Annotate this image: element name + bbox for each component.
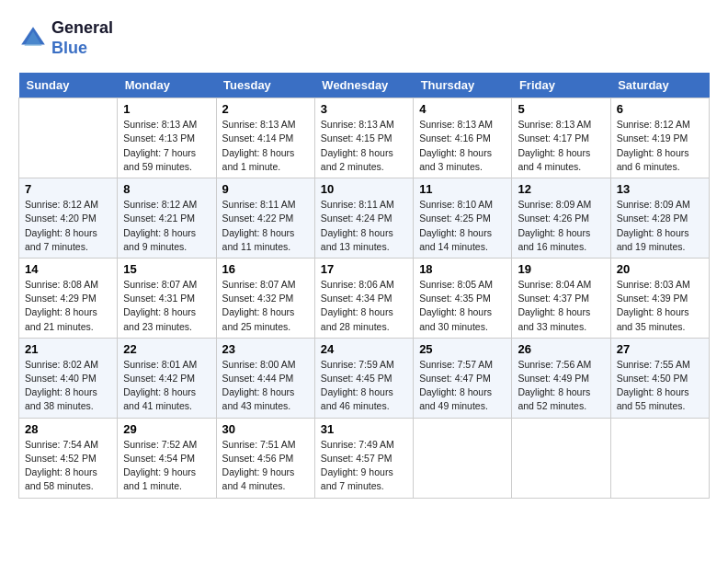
cell-details: Sunrise: 7:59 AMSunset: 4:45 PMDaylight:… (321, 358, 407, 414)
date-number: 13 (617, 182, 703, 196)
cell-details: Sunrise: 8:11 AMSunset: 4:24 PMDaylight:… (321, 198, 407, 254)
date-number: 18 (419, 262, 506, 276)
calendar-cell: 16Sunrise: 8:07 AMSunset: 4:32 PMDayligh… (216, 258, 314, 338)
date-number: 5 (518, 102, 604, 116)
calendar-cell: 18Sunrise: 8:05 AMSunset: 4:35 PMDayligh… (414, 258, 512, 338)
date-number: 23 (222, 342, 309, 356)
date-number: 14 (25, 262, 111, 276)
date-number: 4 (419, 102, 506, 116)
cell-details: Sunrise: 8:09 AMSunset: 4:26 PMDaylight:… (518, 198, 604, 254)
date-number: 9 (222, 182, 309, 196)
week-row-2: 7Sunrise: 8:12 AMSunset: 4:20 PMDaylight… (19, 178, 710, 259)
calendar-cell: 27Sunrise: 7:55 AMSunset: 4:50 PMDayligh… (610, 338, 709, 418)
cell-details: Sunrise: 8:13 AMSunset: 4:17 PMDaylight:… (518, 118, 604, 174)
date-number: 25 (419, 342, 506, 356)
cell-details: Sunrise: 8:02 AMSunset: 4:40 PMDaylight:… (25, 358, 111, 414)
cell-details: Sunrise: 8:08 AMSunset: 4:29 PMDaylight:… (25, 278, 111, 334)
days-header-row: SundayMondayTuesdayWednesdayThursdayFrid… (19, 73, 710, 98)
calendar-cell: 19Sunrise: 8:04 AMSunset: 4:37 PMDayligh… (512, 258, 610, 338)
calendar-cell: 8Sunrise: 8:12 AMSunset: 4:21 PMDaylight… (118, 178, 216, 259)
date-number: 27 (617, 342, 703, 356)
calendar-cell: 1Sunrise: 8:13 AMSunset: 4:13 PMDaylight… (118, 98, 216, 178)
calendar-cell: 15Sunrise: 8:07 AMSunset: 4:31 PMDayligh… (118, 258, 216, 338)
day-header-monday: Monday (118, 73, 216, 98)
logo-icon (18, 24, 48, 53)
date-number: 22 (123, 342, 210, 356)
calendar-cell: 25Sunrise: 7:57 AMSunset: 4:47 PMDayligh… (414, 338, 512, 418)
cell-details: Sunrise: 8:09 AMSunset: 4:28 PMDaylight:… (617, 198, 703, 254)
calendar-cell: 6Sunrise: 8:12 AMSunset: 4:19 PMDaylight… (610, 98, 709, 178)
day-header-sunday: Sunday (19, 73, 118, 98)
day-header-wednesday: Wednesday (314, 73, 413, 98)
date-number: 28 (25, 422, 111, 436)
cell-details: Sunrise: 8:07 AMSunset: 4:31 PMDaylight:… (123, 278, 210, 334)
date-number: 24 (321, 342, 407, 356)
cell-details: Sunrise: 8:10 AMSunset: 4:25 PMDaylight:… (419, 198, 506, 254)
calendar-cell: 9Sunrise: 8:11 AMSunset: 4:22 PMDaylight… (216, 178, 314, 259)
week-row-1: 1Sunrise: 8:13 AMSunset: 4:13 PMDaylight… (19, 98, 710, 178)
calendar-cell: 29Sunrise: 7:52 AMSunset: 4:54 PMDayligh… (118, 418, 216, 498)
cell-details: Sunrise: 8:00 AMSunset: 4:44 PMDaylight:… (222, 358, 309, 414)
cell-details: Sunrise: 8:03 AMSunset: 4:39 PMDaylight:… (617, 278, 703, 334)
date-number: 3 (321, 102, 407, 116)
calendar-cell: 11Sunrise: 8:10 AMSunset: 4:25 PMDayligh… (414, 178, 512, 259)
calendar-cell: 12Sunrise: 8:09 AMSunset: 4:26 PMDayligh… (512, 178, 610, 259)
calendar-cell: 28Sunrise: 7:54 AMSunset: 4:52 PMDayligh… (19, 418, 118, 498)
calendar-table: SundayMondayTuesdayWednesdayThursdayFrid… (18, 73, 710, 498)
day-header-friday: Friday (512, 73, 610, 98)
calendar-cell: 10Sunrise: 8:11 AMSunset: 4:24 PMDayligh… (314, 178, 413, 259)
date-number: 17 (321, 262, 407, 276)
date-number: 26 (518, 342, 604, 356)
calendar-cell: 7Sunrise: 8:12 AMSunset: 4:20 PMDaylight… (19, 178, 118, 259)
day-header-tuesday: Tuesday (216, 73, 314, 98)
week-row-4: 21Sunrise: 8:02 AMSunset: 4:40 PMDayligh… (19, 338, 710, 418)
calendar-cell: 26Sunrise: 7:56 AMSunset: 4:49 PMDayligh… (512, 338, 610, 418)
cell-details: Sunrise: 8:12 AMSunset: 4:21 PMDaylight:… (123, 198, 210, 254)
date-number: 20 (617, 262, 703, 276)
week-row-3: 14Sunrise: 8:08 AMSunset: 4:29 PMDayligh… (19, 258, 710, 338)
calendar-cell: 31Sunrise: 7:49 AMSunset: 4:57 PMDayligh… (314, 418, 413, 498)
date-number: 6 (617, 102, 703, 116)
date-number: 2 (222, 102, 309, 116)
date-number: 11 (419, 182, 506, 196)
date-number: 21 (25, 342, 111, 356)
calendar-cell: 13Sunrise: 8:09 AMSunset: 4:28 PMDayligh… (610, 178, 709, 259)
calendar-cell: 30Sunrise: 7:51 AMSunset: 4:56 PMDayligh… (216, 418, 314, 498)
calendar-cell (610, 418, 709, 498)
date-number: 1 (123, 102, 210, 116)
cell-details: Sunrise: 8:12 AMSunset: 4:20 PMDaylight:… (25, 198, 111, 254)
calendar-cell: 3Sunrise: 8:13 AMSunset: 4:15 PMDaylight… (314, 98, 413, 178)
cell-details: Sunrise: 8:13 AMSunset: 4:15 PMDaylight:… (321, 118, 407, 174)
cell-details: Sunrise: 8:11 AMSunset: 4:22 PMDaylight:… (222, 198, 309, 254)
calendar-cell: 21Sunrise: 8:02 AMSunset: 4:40 PMDayligh… (19, 338, 118, 418)
calendar-cell: 20Sunrise: 8:03 AMSunset: 4:39 PMDayligh… (610, 258, 709, 338)
calendar-cell: 17Sunrise: 8:06 AMSunset: 4:34 PMDayligh… (314, 258, 413, 338)
cell-details: Sunrise: 8:05 AMSunset: 4:35 PMDaylight:… (419, 278, 506, 334)
date-number: 29 (123, 422, 210, 436)
cell-details: Sunrise: 7:56 AMSunset: 4:49 PMDaylight:… (518, 358, 604, 414)
date-number: 30 (222, 422, 309, 436)
date-number: 7 (25, 182, 111, 196)
cell-details: Sunrise: 7:52 AMSunset: 4:54 PMDaylight:… (123, 438, 210, 494)
calendar-cell (512, 418, 610, 498)
cell-details: Sunrise: 8:01 AMSunset: 4:42 PMDaylight:… (123, 358, 210, 414)
calendar-cell: 4Sunrise: 8:13 AMSunset: 4:16 PMDaylight… (414, 98, 512, 178)
calendar-cell: 22Sunrise: 8:01 AMSunset: 4:42 PMDayligh… (118, 338, 216, 418)
calendar-cell: 14Sunrise: 8:08 AMSunset: 4:29 PMDayligh… (19, 258, 118, 338)
date-number: 10 (321, 182, 407, 196)
calendar-cell (19, 98, 118, 178)
calendar-cell (414, 418, 512, 498)
date-number: 15 (123, 262, 210, 276)
logo-text: General Blue (51, 18, 113, 58)
cell-details: Sunrise: 7:49 AMSunset: 4:57 PMDaylight:… (321, 438, 407, 494)
date-number: 12 (518, 182, 604, 196)
week-row-5: 28Sunrise: 7:54 AMSunset: 4:52 PMDayligh… (19, 418, 710, 498)
calendar-cell: 5Sunrise: 8:13 AMSunset: 4:17 PMDaylight… (512, 98, 610, 178)
day-header-thursday: Thursday (414, 73, 512, 98)
date-number: 16 (222, 262, 309, 276)
calendar-cell: 24Sunrise: 7:59 AMSunset: 4:45 PMDayligh… (314, 338, 413, 418)
date-number: 31 (321, 422, 407, 436)
date-number: 8 (123, 182, 210, 196)
logo: General Blue (18, 18, 113, 58)
calendar-cell: 23Sunrise: 8:00 AMSunset: 4:44 PMDayligh… (216, 338, 314, 418)
